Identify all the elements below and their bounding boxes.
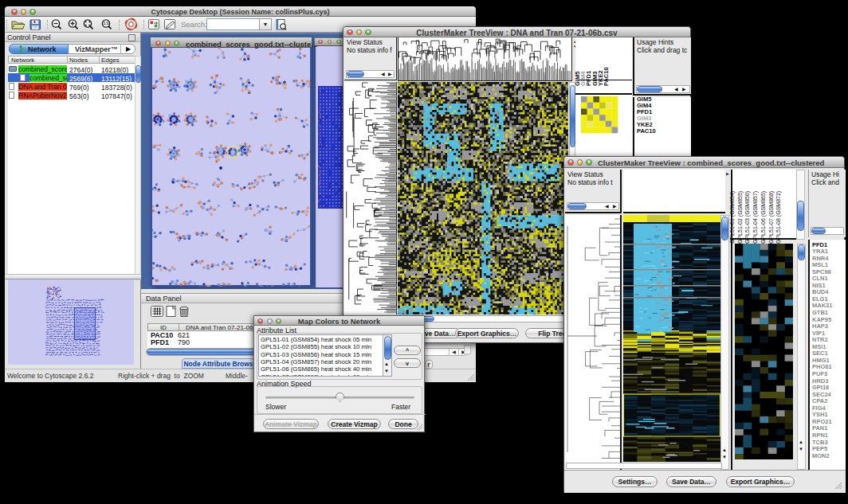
svg-text:1:1: 1:1 [103,21,108,25]
